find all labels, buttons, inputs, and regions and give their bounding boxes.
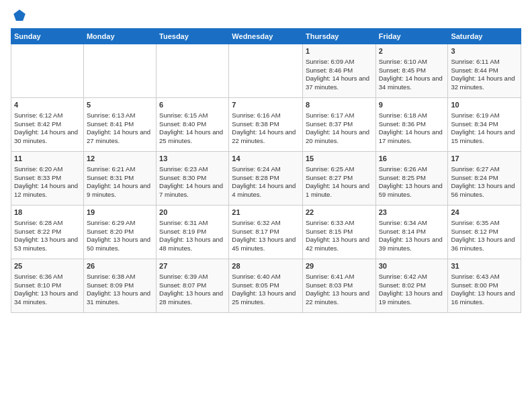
day-info: Sunset: 8:30 PM [159,174,226,183]
day-info: Sunrise: 6:32 AM [232,219,300,228]
day-cell: 14Sunrise: 6:24 AMSunset: 8:28 PMDayligh… [229,152,303,205]
day-info: Sunset: 8:03 PM [306,281,373,290]
day-cell: 13Sunrise: 6:23 AMSunset: 8:30 PMDayligh… [157,152,229,205]
week-row-5: 25Sunrise: 6:36 AMSunset: 8:10 PMDayligh… [11,259,521,313]
day-number: 12 [87,154,153,164]
day-info: Daylight: 13 hours and 36 minutes. [451,236,518,253]
week-row-3: 11Sunrise: 6:20 AMSunset: 8:33 PMDayligh… [11,152,521,205]
day-info: Daylight: 13 hours and 28 minutes. [159,289,226,307]
day-info: Sunset: 8:37 PM [306,120,373,129]
calendar-table: SundayMondayTuesdayWednesdayThursdayFrid… [11,28,521,313]
day-cell: 23Sunrise: 6:34 AMSunset: 8:14 PMDayligh… [375,205,448,259]
day-info: Sunrise: 6:26 AM [379,165,445,174]
day-info: Daylight: 13 hours and 50 minutes. [87,236,153,253]
day-cell: 29Sunrise: 6:41 AMSunset: 8:03 PMDayligh… [302,259,375,313]
day-info: Sunset: 8:25 PM [379,174,445,183]
day-number: 4 [14,100,81,110]
day-info: Sunset: 8:05 PM [232,281,300,290]
day-info: Daylight: 14 hours and 1 minute. [306,182,373,199]
day-number: 14 [232,154,300,164]
weekday-header-monday: Monday [83,29,156,44]
day-info: Sunset: 8:20 PM [87,228,153,236]
day-cell: 7Sunrise: 6:16 AMSunset: 8:38 PMDaylight… [229,98,303,152]
day-cell: 31Sunrise: 6:43 AMSunset: 8:00 PMDayligh… [448,259,521,313]
day-number: 26 [87,261,153,271]
day-info: Sunrise: 6:29 AM [87,219,153,228]
day-cell: 17Sunrise: 6:27 AMSunset: 8:24 PMDayligh… [448,152,521,205]
weekday-header-friday: Friday [375,29,448,44]
day-info: Sunrise: 6:42 AM [379,273,445,281]
day-info: Daylight: 14 hours and 7 minutes. [159,182,226,199]
day-cell [229,44,303,98]
day-info: Sunset: 8:44 PM [451,66,518,75]
day-cell: 3Sunrise: 6:11 AMSunset: 8:44 PMDaylight… [448,44,521,98]
day-info: Sunrise: 6:27 AM [451,165,518,174]
weekday-header-saturday: Saturday [448,29,521,44]
day-cell [11,44,84,98]
logo [11,8,27,23]
day-info: Sunset: 8:27 PM [306,174,373,183]
day-cell: 20Sunrise: 6:31 AMSunset: 8:19 PMDayligh… [157,205,229,259]
day-cell [83,44,156,98]
day-info: Daylight: 14 hours and 4 minutes. [232,182,300,199]
page: SundayMondayTuesdayWednesdayThursdayFrid… [0,0,532,411]
day-info: Sunrise: 6:36 AM [14,273,81,281]
day-info: Sunrise: 6:12 AM [14,111,81,120]
day-info: Sunrise: 6:38 AM [87,273,153,281]
day-cell: 21Sunrise: 6:32 AMSunset: 8:17 PMDayligh… [229,205,303,259]
day-info: Sunset: 8:00 PM [451,281,518,290]
day-info: Sunrise: 6:34 AM [379,219,445,228]
day-info: Sunset: 8:24 PM [451,174,518,183]
day-info: Daylight: 13 hours and 16 minutes. [451,289,518,307]
day-info: Sunset: 8:45 PM [379,66,445,75]
day-info: Sunset: 8:19 PM [159,228,226,236]
day-info: Sunset: 8:46 PM [306,66,373,75]
day-info: Sunset: 8:07 PM [159,281,226,290]
svg-marker-0 [13,9,26,21]
day-cell: 25Sunrise: 6:36 AMSunset: 8:10 PMDayligh… [11,259,84,313]
day-number: 11 [14,154,81,164]
day-number: 29 [306,261,373,271]
day-info: Daylight: 14 hours and 32 minutes. [451,75,518,92]
week-row-2: 4Sunrise: 6:12 AMSunset: 8:42 PMDaylight… [11,98,521,152]
day-info: Sunrise: 6:23 AM [159,165,226,174]
day-info: Sunrise: 6:15 AM [159,111,226,120]
day-info: Sunrise: 6:16 AM [232,111,300,120]
day-info: Daylight: 14 hours and 34 minutes. [379,75,445,92]
day-info: Daylight: 13 hours and 34 minutes. [14,289,81,307]
day-cell [157,44,229,98]
day-info: Daylight: 13 hours and 19 minutes. [379,289,445,307]
day-number: 24 [451,208,518,218]
day-info: Sunrise: 6:19 AM [451,111,518,120]
day-number: 17 [451,154,518,164]
day-info: Sunrise: 6:11 AM [451,58,518,66]
week-row-4: 18Sunrise: 6:28 AMSunset: 8:22 PMDayligh… [11,205,521,259]
day-number: 25 [14,261,81,271]
day-info: Sunset: 8:38 PM [232,120,300,129]
day-info: Sunset: 8:15 PM [306,228,373,236]
day-cell: 30Sunrise: 6:42 AMSunset: 8:02 PMDayligh… [375,259,448,313]
day-info: Sunrise: 6:35 AM [451,219,518,228]
day-info: Sunrise: 6:21 AM [87,165,153,174]
day-info: Sunrise: 6:39 AM [159,273,226,281]
day-number: 13 [159,154,226,164]
day-info: Sunset: 8:31 PM [87,174,153,183]
day-number: 20 [159,208,226,218]
day-number: 3 [451,46,518,56]
day-info: Daylight: 14 hours and 20 minutes. [306,128,373,146]
day-number: 18 [14,208,81,218]
day-number: 27 [159,261,226,271]
day-info: Sunset: 8:22 PM [14,228,81,236]
day-info: Sunrise: 6:31 AM [159,219,226,228]
day-info: Sunset: 8:12 PM [451,228,518,236]
day-cell: 9Sunrise: 6:18 AMSunset: 8:36 PMDaylight… [375,98,448,152]
day-number: 21 [232,208,300,218]
day-info: Sunrise: 6:28 AM [14,219,81,228]
day-info: Sunrise: 6:13 AM [87,111,153,120]
day-cell: 26Sunrise: 6:38 AMSunset: 8:09 PMDayligh… [83,259,156,313]
header [11,8,521,23]
day-info: Sunset: 8:41 PM [87,120,153,129]
day-info: Sunset: 8:14 PM [379,228,445,236]
day-number: 7 [232,100,300,110]
day-info: Daylight: 14 hours and 27 minutes. [87,128,153,146]
